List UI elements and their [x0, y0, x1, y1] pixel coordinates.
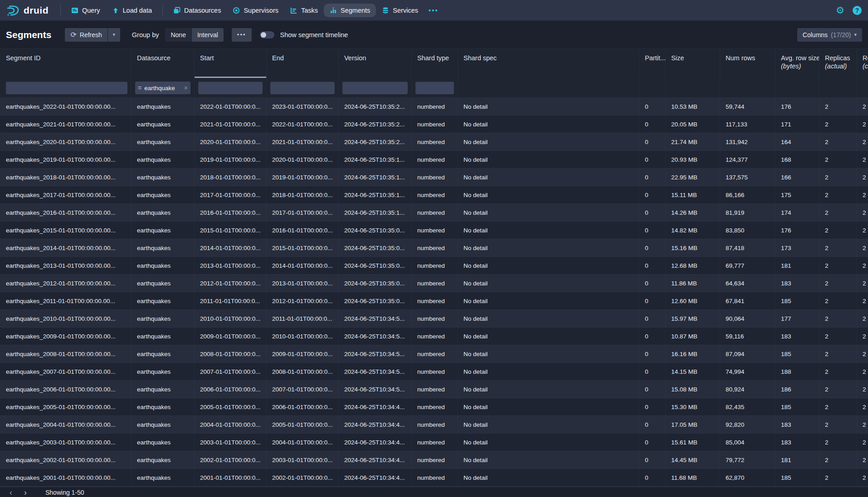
table-row[interactable]: earthquakes_2020-01-01T00:00:00.00...ear… [0, 133, 868, 151]
cell-replication-factor: 2 [857, 363, 868, 380]
nav-item-datasources[interactable]: Datasources [167, 4, 227, 17]
column-header-end[interactable]: End [267, 49, 339, 78]
nav-divider [60, 5, 61, 16]
filter-input-end[interactable] [270, 82, 335, 94]
previous-page-button[interactable]: ‹ [5, 487, 17, 497]
column-header-replicas[interactable]: Replicas(actual) [819, 49, 857, 78]
column-header-version[interactable]: Version [339, 49, 412, 78]
table-row[interactable]: earthquakes_2014-01-01T00:00:00.00...ear… [0, 239, 868, 257]
cell-partition: 0 [639, 328, 666, 345]
cell-datasource: earthquakes [132, 451, 195, 468]
filter-input-segment-id[interactable] [6, 82, 127, 94]
filter-input-start[interactable] [198, 82, 263, 94]
gear-icon[interactable]: ⚙ [836, 5, 844, 15]
cell-shard-type: numbered [412, 169, 458, 186]
table-row[interactable]: earthquakes_2013-01-01T00:00:00.00...ear… [0, 257, 868, 275]
datasource-filter-tag[interactable]: = earthquake × [135, 82, 190, 94]
group-none-button[interactable]: None [165, 28, 191, 42]
table-row[interactable]: earthquakes_2010-01-01T00:00:00.00...ear… [0, 310, 868, 328]
cell-segment-id: earthquakes_2016-01-01T00:00:00.00... [0, 204, 132, 221]
table-row[interactable]: earthquakes_2005-01-01T00:00:00.00...ear… [0, 398, 868, 416]
table-row[interactable]: earthquakes_2011-01-01T00:00:00.00...ear… [0, 292, 868, 310]
nav-item-load-data[interactable]: Load data [106, 4, 158, 17]
cell-version: 2024-06-25T10:34:4... [339, 398, 412, 415]
druid-logo[interactable]: druid [6, 4, 49, 17]
nav-item-label: Query [82, 7, 100, 14]
table-row[interactable]: earthquakes_2002-01-01T00:00:00.00...ear… [0, 451, 868, 469]
cell-start: 2013-01-01T00:00:0... [195, 257, 267, 274]
cell-end: 2015-01-01T00:00:0... [267, 239, 339, 256]
cell-num-rows: 117,133 [720, 116, 775, 133]
cell-partition: 0 [639, 310, 666, 327]
table-row[interactable]: earthquakes_2018-01-01T00:00:00.00...ear… [0, 169, 868, 186]
table-row[interactable]: earthquakes_2021-01-01T00:00:00.00...ear… [0, 116, 868, 133]
nav-item-query[interactable]: Query [65, 4, 106, 17]
table-row[interactable]: earthquakes_2009-01-01T00:00:00.00...ear… [0, 328, 868, 345]
cell-replication-factor: 2 [857, 310, 868, 327]
cell-end: 2006-01-01T00:00:0... [267, 398, 339, 415]
nav-more-button[interactable]: ••• [424, 4, 443, 17]
nav-item-supervisors[interactable]: Supervisors [227, 4, 284, 17]
segment-timeline-toggle[interactable] [260, 31, 274, 39]
cell-avg-row-size: 175 [775, 186, 819, 203]
table-row[interactable]: earthquakes_2015-01-01T00:00:00.00...ear… [0, 222, 868, 239]
cell-start: 2021-01-01T00:00:0... [195, 116, 267, 133]
refresh-button[interactable]: ⟳ Refresh [65, 28, 107, 42]
cell-avg-row-size: 186 [775, 381, 819, 398]
top-navbar: druid Query Load data Datasources S [0, 0, 868, 21]
table-row[interactable]: earthquakes_2019-01-01T00:00:00.00...ear… [0, 151, 868, 169]
nav-divider [162, 5, 163, 16]
more-options-button[interactable]: ••• [232, 28, 252, 42]
column-header-replication-factor[interactable]: Replication factor(configured) [857, 49, 868, 78]
column-header-num-rows[interactable]: Num rows [720, 49, 775, 78]
table-row[interactable]: earthquakes_2022-01-01T00:00:00.00...ear… [0, 98, 868, 116]
column-header-avg-row-size[interactable]: Avg. row size(bytes) [775, 49, 819, 78]
datasources-icon [173, 7, 180, 14]
filter-input-version[interactable] [342, 82, 408, 94]
cell-num-rows: 59,116 [720, 328, 775, 345]
cell-replication-factor: 2 [857, 416, 868, 433]
cell-datasource: earthquakes [132, 222, 195, 239]
table-row[interactable]: earthquakes_2016-01-01T00:00:00.00...ear… [0, 204, 868, 222]
table-row[interactable]: earthquakes_2003-01-01T00:00:00.00...ear… [0, 434, 868, 451]
column-header-size[interactable]: Size [666, 49, 720, 78]
cell-replicas: 2 [819, 469, 857, 486]
table-row[interactable]: earthquakes_2017-01-01T00:00:00.00...ear… [0, 186, 868, 204]
cell-partition: 0 [639, 151, 666, 168]
nav-right: ⚙ ? [836, 5, 862, 15]
table-row[interactable]: earthquakes_2001-01-01T00:00:00.00...ear… [0, 469, 868, 487]
column-header-partition[interactable]: Partit... [639, 49, 666, 78]
table-row[interactable]: earthquakes_2008-01-01T00:00:00.00...ear… [0, 345, 868, 363]
nav-item-services[interactable]: Services [376, 4, 424, 17]
group-interval-button[interactable]: Interval [192, 28, 224, 42]
next-page-button[interactable]: › [19, 487, 32, 497]
supervisors-icon [233, 7, 240, 14]
cell-partition: 0 [639, 204, 666, 221]
close-icon[interactable]: × [184, 84, 188, 92]
nav-item-tasks[interactable]: Tasks [284, 4, 324, 17]
table-row[interactable]: earthquakes_2006-01-01T00:00:00.00...ear… [0, 381, 868, 398]
help-icon[interactable]: ? [853, 6, 862, 15]
cell-start: 2007-01-01T00:00:0... [195, 363, 267, 380]
column-header-segment-id[interactable]: Segment ID [0, 49, 132, 78]
cell-num-rows: 80,924 [720, 381, 775, 398]
column-header-shard-spec[interactable]: Shard spec [458, 49, 639, 78]
column-header-start[interactable]: Start [195, 49, 267, 78]
filter-input-shard-type[interactable] [415, 82, 454, 94]
columns-button[interactable]: Columns (17/20) ▾ [797, 28, 862, 42]
cell-partition: 0 [639, 257, 666, 274]
table-row[interactable]: earthquakes_2007-01-01T00:00:00.00...ear… [0, 363, 868, 381]
table-row[interactable]: earthquakes_2012-01-01T00:00:00.00...ear… [0, 275, 868, 292]
cell-num-rows: 87,418 [720, 239, 775, 256]
cell-replicas: 2 [819, 116, 857, 133]
column-header-datasource[interactable]: Datasource [132, 49, 195, 78]
column-header-shard-type[interactable]: Shard type [412, 49, 458, 78]
cell-replication-factor: 2 [857, 451, 868, 468]
query-icon [71, 7, 78, 14]
refresh-caret-button[interactable]: ▾ [108, 28, 120, 42]
cell-datasource: earthquakes [132, 186, 195, 203]
cell-num-rows: 69,777 [720, 257, 775, 274]
table-row[interactable]: earthquakes_2004-01-01T00:00:00.00...ear… [0, 416, 868, 434]
nav-item-segments[interactable]: Segments [324, 4, 376, 17]
cell-version: 2024-06-25T10:35:1... [339, 204, 412, 221]
